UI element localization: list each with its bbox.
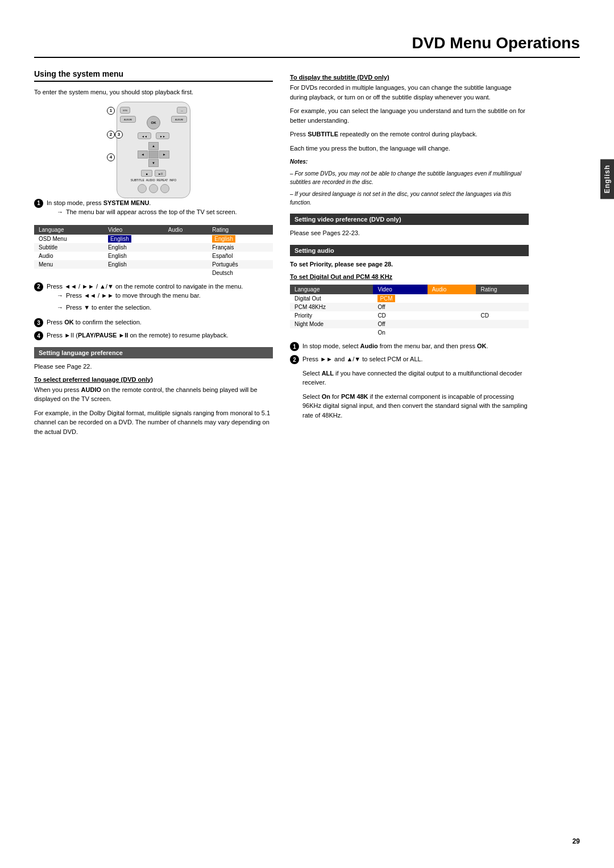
subtitle-para4: Each time you press the button, the lang… [290, 144, 529, 153]
note1: – For some DVDs, you may not be able to … [290, 169, 529, 186]
step2-text: Press ◄◄ / ►► / ▲/▼ on the remote contro… [47, 283, 243, 290]
cell-empty2 [164, 243, 208, 252]
cell-empty-r1 [476, 294, 529, 303]
cell-francais: Français [208, 243, 273, 252]
cell-cd1: CD [373, 311, 427, 320]
album-btn: ALBUM [120, 116, 136, 123]
step-3: 3 Press OK to confirm the selection. [34, 318, 273, 327]
circle-btn-2 [149, 184, 158, 193]
cell-audio: Audio [34, 252, 103, 260]
nav-empty-bl [138, 159, 148, 167]
cell-english3: English [103, 252, 164, 260]
badge-3: 3 [115, 131, 123, 139]
cell-empty-a5 [428, 328, 476, 337]
nav-empty-tr [159, 142, 169, 150]
badge-4: 4 [107, 153, 115, 161]
step1-arrow1: → The menu bar will appear across the to… [57, 207, 237, 217]
cell-empty-a4 [428, 320, 476, 328]
audio-step-2: 2 Press ►► and ▲/▼ to select PCM or ALL.… [290, 354, 529, 424]
table-row: Audio English Español [34, 252, 273, 260]
cell-empty5 [34, 269, 103, 277]
cell-empty3 [164, 252, 208, 260]
subtitle-section-title: To display the subtitle (DVD only) [290, 74, 529, 81]
audio-step1-text: In stop mode, select Audio from the menu… [302, 343, 488, 349]
table-row: Priority CD CD [290, 311, 529, 320]
audio-steps: 1 In stop mode, select Audio from the me… [290, 341, 529, 424]
col-language: Language [34, 225, 103, 235]
using-system-menu-title: Using the system menu [34, 69, 273, 82]
to-select-para1: When you press AUDIO on the remote contr… [34, 385, 273, 404]
col2-rating: Rating [476, 285, 529, 294]
table-row: On [290, 328, 529, 337]
bottom-circles [138, 184, 169, 193]
cell-on: On [373, 328, 427, 337]
cell-menu: Menu [34, 260, 103, 269]
menu-table-2: Language Video Audio Rating Digital Out … [290, 285, 529, 337]
audio-step2-para2: Select On for PCM 48K if the external co… [302, 392, 529, 420]
cell-espanol: Español [208, 252, 273, 260]
step4-text: Press ►II (PLAY/PAUSE ►II on the remote)… [47, 332, 229, 339]
cell-empty-a2 [428, 303, 476, 311]
circle-btn-1 [138, 184, 147, 193]
table-row: PCM 48KHz Off [290, 303, 529, 311]
nav-down: ▼ [148, 159, 159, 167]
step3-text: Press OK to confirm the selection. [47, 319, 142, 326]
video-pref-bar: Setting video preference (DVD only) [290, 214, 529, 225]
step-num-4: 4 [34, 331, 43, 340]
audio-bar: Setting audio [290, 245, 529, 256]
page-title: DVD Menu Operations [34, 34, 580, 58]
cell-empty-r4 [476, 320, 529, 328]
table-row: Digital Out PCM [290, 294, 529, 303]
nav-left: ◄ [138, 151, 148, 158]
col-rating: Rating [208, 225, 273, 235]
cell-off1: Off [373, 303, 427, 311]
circle-btn-3 [160, 184, 169, 193]
page-number: 29 [572, 837, 580, 845]
steps-list: 1 In stop mode, press SYSTEM MENU. → The… [34, 198, 273, 219]
cell-english-hl2: English [208, 235, 273, 243]
col-audio: Audio [164, 225, 208, 235]
step-num-1: 1 [34, 199, 43, 208]
to-set-digital-title: To set Digital Out and PCM 48 KHz [290, 273, 529, 280]
subtitle-para2: For example, you can select the language… [290, 106, 529, 125]
rew-btn: ◄◄ [138, 132, 151, 139]
table-row: Subtitle English Français [34, 243, 273, 252]
audio-label: AUDIO [146, 178, 155, 182]
step-4: 4 Press ►II (PLAY/PAUSE ►II on the remot… [34, 331, 273, 340]
cell-deutsch: Deutsch [208, 269, 273, 277]
step1-text: In stop mode, press SYSTEM MENU. [47, 199, 151, 206]
menu-table-1: Language Video Audio Rating OSD Menu Eng… [34, 225, 273, 277]
cell-english4: English [103, 260, 164, 269]
cell-osd: OSD Menu [34, 235, 103, 243]
cell-empty1 [164, 235, 208, 243]
audio-step2-text: Press ►► and ▲/▼ to select PCM or ALL. [302, 354, 529, 364]
nav-empty-tl [138, 142, 148, 150]
step-num-3: 3 [34, 318, 43, 327]
right-column: To display the subtitle (DVD only) For D… [290, 69, 529, 441]
system-btn: SYS [120, 107, 130, 114]
cell-empty-a3 [428, 311, 476, 320]
left-column: Using the system menu To enter the syste… [34, 69, 273, 441]
table-row: Menu English Português [34, 260, 273, 269]
playback-row: ■ ►II [141, 170, 166, 177]
col-video: Video [103, 225, 164, 235]
cell-nightmode: Night Mode [290, 320, 373, 328]
audio-step-num-1: 1 [290, 342, 299, 351]
setting-language-bar: Setting language preference [34, 347, 273, 358]
intro-text: To enter the system menu, you should sto… [34, 87, 273, 97]
cell-english2: English [103, 243, 164, 252]
cell-cd2: CD [476, 311, 529, 320]
cell-portugues: Português [208, 260, 273, 269]
subtitle-para1: For DVDs recorded in multiple languages,… [290, 83, 529, 102]
video-pref-text: Please see Pages 22-23. [290, 228, 529, 238]
info-label: INFO [169, 178, 176, 182]
stop-btn: ■ [141, 170, 152, 177]
audio-step-1: 1 In stop mode, select Audio from the me… [290, 341, 529, 351]
to-set-priority: To set Priority, please see page 28. [290, 260, 529, 269]
repeat-label: REPEAT [157, 178, 168, 182]
col2-video: Video [373, 285, 427, 294]
table-row: OSD Menu English English [34, 235, 273, 243]
step-1: 1 In stop mode, press SYSTEM MENU. → The… [34, 198, 273, 219]
remote-illustration: 1 2 3 4 SYS — ALBUM OK ALBUM [102, 102, 205, 198]
ok-btn-remote: OK [147, 116, 160, 130]
